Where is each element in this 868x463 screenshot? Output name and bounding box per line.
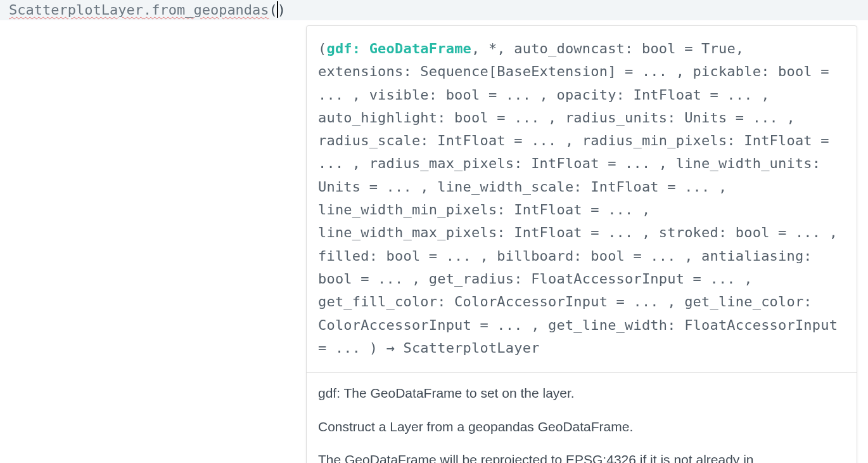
code-dot: . [143,2,151,18]
code-paren-open: ( [269,1,278,19]
doc-summary: Construct a Layer from a geopandas GeoDa… [318,417,845,438]
doc-param-description: gdf: The GeoDataFrame to set on the laye… [318,383,845,404]
sig-open-paren: ( [318,41,326,56]
doc-block: gdf: The GeoDataFrame to set on the laye… [307,373,857,463]
code-paren-close: ) [278,1,286,19]
code-method-name: from_geopandas [151,2,269,18]
text-cursor [277,1,278,18]
doc-detail: The GeoDataFrame will be reprojected to … [318,450,845,463]
signature-block: (gdf: GeoDataFrame, *, auto_downcast: bo… [307,26,857,372]
lint-underline: ScatterplotLayer.from_geopandas [9,1,269,19]
signature-tooltip: (gdf: GeoDataFrame, *, auto_downcast: bo… [306,25,857,463]
sig-current-param: gdf: GeoDataFrame [326,41,471,56]
sig-remaining-params: , *, auto_downcast: bool = True, extensi… [318,41,838,356]
code-class-name: ScatterplotLayer [9,2,143,18]
code-input-line[interactable]: ScatterplotLayer.from_geopandas () [0,0,868,20]
